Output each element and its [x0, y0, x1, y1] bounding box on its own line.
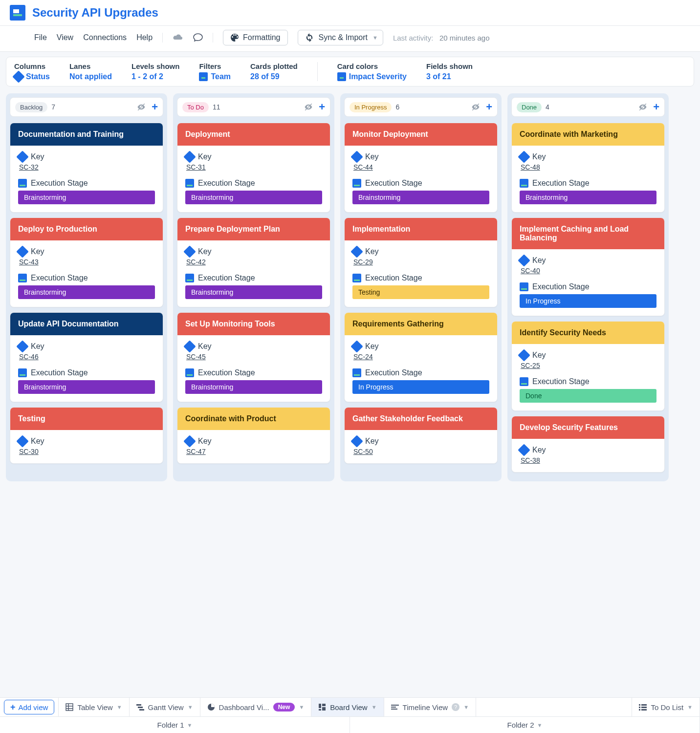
- filter-levels[interactable]: Levels shown 1 - 2 of 2: [131, 62, 179, 81]
- stage-label: Execution Stage: [198, 274, 255, 282]
- card[interactable]: Develop Security Features Key SC-38: [511, 416, 665, 473]
- card-title: Develop Security Features: [512, 416, 664, 439]
- hide-column-icon[interactable]: [638, 103, 647, 111]
- key-value[interactable]: SC-38: [521, 456, 656, 464]
- menu-connections[interactable]: Connections: [83, 33, 127, 42]
- sync-icon: [305, 33, 314, 42]
- stage-label: Execution Stage: [31, 179, 88, 188]
- key-value[interactable]: SC-44: [353, 163, 489, 171]
- key-value[interactable]: SC-43: [19, 258, 155, 266]
- diamond-icon: [16, 340, 28, 352]
- last-activity: Last activity: 20 minutes ago: [393, 34, 490, 42]
- stage-value: Done: [520, 389, 656, 403]
- key-value[interactable]: SC-46: [19, 353, 155, 361]
- card[interactable]: Prepare Deployment Plan Key SC-42 Execut…: [177, 217, 330, 307]
- card[interactable]: Documentation and Training Key SC-32 Exe…: [10, 123, 163, 213]
- stage-icon: [18, 179, 27, 188]
- key-value[interactable]: SC-24: [353, 353, 489, 361]
- card[interactable]: Update API Documentation Key SC-46 Execu…: [10, 312, 163, 402]
- card[interactable]: Implement Caching and Load Balancing Key…: [511, 217, 665, 316]
- diamond-icon: [183, 151, 196, 163]
- card[interactable]: Deploy to Production Key SC-43 Execution…: [10, 217, 163, 307]
- cloud-icon[interactable]: [173, 34, 183, 42]
- page-title: Security API Upgrades: [32, 6, 158, 20]
- key-value[interactable]: SC-42: [186, 258, 322, 266]
- diamond-icon: [350, 245, 363, 258]
- stage-value: In Progress: [520, 294, 656, 308]
- stage-value: Brainstorming: [18, 191, 155, 204]
- key-label: Key: [532, 351, 546, 360]
- key-value[interactable]: SC-25: [521, 362, 656, 369]
- stage-value: Testing: [352, 285, 489, 299]
- filter-lanes[interactable]: Lanes Not applied: [69, 62, 112, 81]
- add-card-button[interactable]: +: [653, 102, 659, 112]
- hide-column-icon[interactable]: [137, 103, 146, 111]
- add-card-button[interactable]: +: [319, 102, 325, 112]
- card[interactable]: Requirements Gathering Key SC-24 Executi…: [344, 312, 498, 402]
- key-value[interactable]: SC-45: [186, 353, 322, 361]
- key-label: Key: [31, 152, 44, 161]
- card[interactable]: Deployment Key SC-31 Execution Stage Bra…: [177, 123, 330, 213]
- key-label: Key: [532, 256, 546, 265]
- filter-fields[interactable]: Fields shown 3 of 21: [426, 62, 473, 81]
- stage-value: Brainstorming: [18, 380, 155, 394]
- sync-import-button[interactable]: Sync & Import ▼: [298, 30, 383, 45]
- card-title: Prepare Deployment Plan: [177, 218, 330, 240]
- card[interactable]: Coordinate with Marketing Key SC-48 Exec…: [511, 123, 665, 213]
- filter-cards[interactable]: Cards plotted 28 of 59: [250, 62, 298, 81]
- card[interactable]: Coordinate with Product Key SC-47: [177, 407, 330, 464]
- key-value[interactable]: SC-48: [521, 163, 656, 171]
- key-label: Key: [532, 152, 546, 161]
- kanban-board: Backlog 7 + Documentation and Training K…: [0, 86, 700, 511]
- filter-colors[interactable]: Card colors Impact Severity: [337, 62, 407, 81]
- key-label: Key: [365, 437, 379, 446]
- formatting-button[interactable]: Formatting: [223, 30, 287, 45]
- diamond-icon: [16, 435, 28, 447]
- menu-file[interactable]: File: [34, 33, 47, 42]
- key-label: Key: [198, 342, 212, 351]
- card[interactable]: Implementation Key SC-29 Execution Stage…: [344, 217, 498, 307]
- divider: [213, 33, 213, 43]
- key-value[interactable]: SC-31: [186, 163, 322, 171]
- diamond-icon: [518, 254, 530, 266]
- column-header: Backlog 7 +: [10, 97, 163, 117]
- key-label: Key: [365, 152, 379, 161]
- add-card-button[interactable]: +: [152, 102, 158, 112]
- card[interactable]: Testing Key SC-30: [10, 407, 163, 464]
- diamond-icon: [183, 340, 196, 352]
- card[interactable]: Gather Stakeholder Feedback Key SC-50: [344, 407, 498, 464]
- card-title: Monitor Deployment: [345, 123, 497, 146]
- key-value[interactable]: SC-40: [521, 267, 656, 275]
- key-value[interactable]: SC-47: [186, 448, 322, 455]
- card[interactable]: Identify Security Needs Key SC-25 Execut…: [511, 321, 665, 411]
- diamond-icon: [350, 151, 363, 163]
- hide-column-icon[interactable]: [471, 103, 480, 111]
- palette-icon: [230, 33, 239, 42]
- key-value[interactable]: SC-32: [19, 163, 155, 171]
- card-title: Coordinate with Marketing: [512, 123, 664, 146]
- card-title: Coordinate with Product: [177, 408, 330, 430]
- key-value[interactable]: SC-29: [353, 258, 489, 266]
- stage-label: Execution Stage: [365, 274, 422, 282]
- card-title: Gather Stakeholder Feedback: [345, 408, 497, 430]
- stage-label: Execution Stage: [31, 368, 88, 377]
- column-in-progress: In Progress 6 + Monitor Deployment Key S…: [340, 93, 502, 481]
- column-count: 6: [395, 103, 399, 111]
- column-header: Done 4 +: [511, 97, 665, 117]
- key-value[interactable]: SC-30: [19, 448, 155, 455]
- diamond-icon: [518, 349, 530, 361]
- filter-filters[interactable]: Filters Team: [199, 62, 231, 81]
- diamond-icon: [518, 151, 530, 163]
- add-card-button[interactable]: +: [486, 102, 492, 112]
- card-title: Deploy to Production: [10, 218, 163, 240]
- chat-icon[interactable]: [193, 33, 203, 42]
- divider: [317, 62, 318, 81]
- menu-help[interactable]: Help: [136, 33, 153, 42]
- hide-column-icon[interactable]: [304, 103, 313, 111]
- filter-columns[interactable]: Columns Status: [14, 62, 50, 81]
- menu-view[interactable]: View: [57, 33, 73, 42]
- card[interactable]: Monitor Deployment Key SC-44 Execution S…: [344, 123, 498, 213]
- key-value[interactable]: SC-50: [353, 448, 489, 455]
- key-label: Key: [198, 437, 212, 446]
- card[interactable]: Set Up Monitoring Tools Key SC-45 Execut…: [177, 312, 330, 402]
